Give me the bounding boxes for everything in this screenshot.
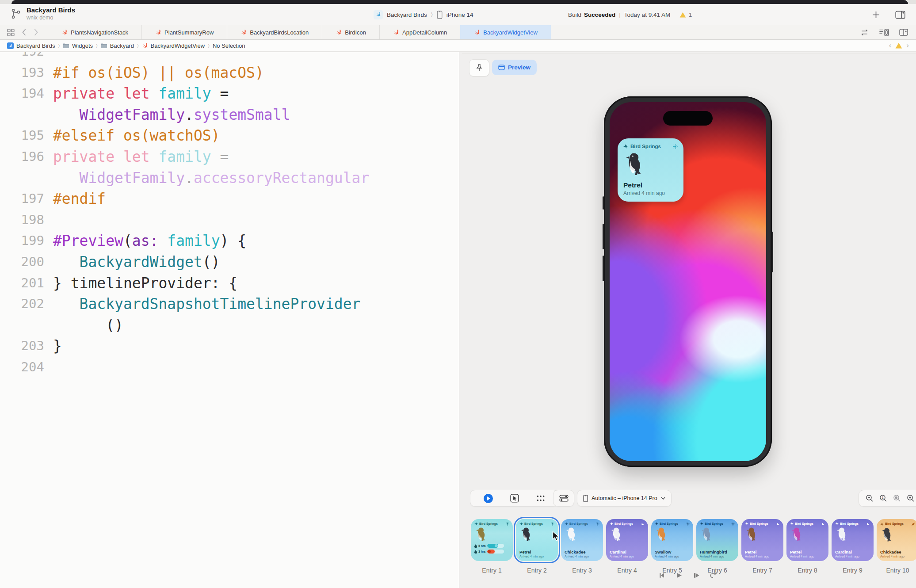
iphone-preview-device[interactable]: Bird Springs Petrel Arrived 4 min ago	[604, 96, 772, 467]
warning-badge[interactable]: 1	[679, 4, 692, 25]
step-forward-button[interactable]	[691, 570, 701, 580]
breadcrumb-item-no-selection[interactable]: No Selection	[213, 42, 245, 49]
widget-header: Bird Springs	[623, 144, 678, 149]
live-preview-button[interactable]	[483, 493, 493, 504]
zoom-fit-button[interactable]	[893, 494, 901, 502]
entry-widget-thumbnail[interactable]: Bird SpringsCardinalArrived 4 min ago	[606, 519, 648, 561]
preview-tab-button[interactable]: Preview	[492, 60, 537, 75]
tab-PlantsNavigationStack[interactable]: PlantsNavigationStack	[48, 25, 141, 39]
entry-widget-thumbnail[interactable]: Bird SpringsSwallowArrived 4 min ago	[651, 519, 693, 561]
code-line[interactable]: ()	[0, 315, 459, 336]
bird-feeder-icon	[790, 522, 794, 526]
line-number	[0, 104, 44, 126]
gauge-row-seed: 3 hrs	[474, 550, 509, 554]
code-line[interactable]: 200 BackyardWidget()	[0, 252, 459, 273]
reset-button[interactable]	[709, 570, 718, 580]
editor-options-icon[interactable]	[879, 29, 889, 36]
chevron-right-icon: 〉	[431, 11, 433, 18]
timeline-entry-cell: Bird SpringsCardinalArrived 4 min agoEnt…	[832, 519, 874, 574]
code-line[interactable]: 195#elseif os(watchOS)	[0, 125, 459, 146]
prev-issue-icon[interactable]: ‹	[889, 41, 892, 50]
widget-bird-status: Arrived 4 min ago	[623, 190, 678, 196]
source-control-branch-icon[interactable]	[11, 8, 21, 19]
next-issue-icon[interactable]: ›	[906, 41, 909, 50]
swift-file-icon	[240, 29, 247, 35]
go-forward-icon[interactable]	[34, 29, 38, 36]
inspector-toggle-icon[interactable]	[895, 11, 905, 19]
variants-mode-button[interactable]	[536, 495, 545, 502]
entry-bird-image	[745, 527, 780, 542]
play-button[interactable]	[674, 570, 684, 580]
entry-app-name: Bird Springs	[840, 522, 859, 526]
device-settings-control[interactable]	[553, 490, 574, 507]
code-line[interactable]: 204	[0, 357, 459, 378]
code-line[interactable]: 192	[0, 52, 459, 62]
volume-up-button	[603, 224, 604, 249]
entry-app-name: Bird Springs	[795, 522, 813, 526]
code-line[interactable]: 198	[0, 210, 459, 231]
entry-widget-thumbnail[interactable]: Bird SpringsPetrelArrived 4 min ago	[741, 519, 783, 561]
entry-widget-thumbnail[interactable]: Bird Springs5 hrs3 hrs	[471, 519, 513, 561]
swap-editor-icon[interactable]	[860, 29, 869, 36]
entry-widget-thumbnail[interactable]: Bird SpringsChickadeeArrived 4 min ago	[877, 519, 916, 561]
code-line[interactable]: 193#if os(iOS) || os(macOS)	[0, 62, 459, 84]
code-line[interactable]: 197#endif	[0, 188, 459, 210]
zoom-controls: 1	[859, 490, 916, 507]
code-line[interactable]: 203}	[0, 336, 459, 357]
breadcrumb-item-backyardwidgetview[interactable]: BackyardWidgetView	[142, 42, 205, 49]
zoom-100-button[interactable]: 1	[879, 494, 887, 502]
code-line[interactable]: WidgetFamily.accessoryRectangular	[0, 168, 459, 189]
code-line[interactable]: 199#Preview(as: family) {	[0, 230, 459, 252]
tab-label: AppDetailColumn	[402, 29, 447, 36]
code-line[interactable]: 202 BackyardSnapshotTimelineProvider	[0, 294, 459, 315]
entry-bird-status: Arrived 4 min ago	[519, 555, 554, 558]
code-line[interactable]: 196private let family =	[0, 146, 459, 168]
scheme-selector[interactable]: Backyard Birds 〉 iPhone 14	[374, 4, 473, 25]
tab-BirdIcon[interactable]: BirdIcon	[322, 25, 379, 39]
pin-preview-button[interactable]	[469, 59, 489, 76]
tab-AppDetailColumn[interactable]: AppDetailColumn	[379, 25, 460, 39]
step-backward-button[interactable]	[657, 570, 667, 580]
entry-widget-thumbnail[interactable]: Bird SpringsHummingbirdArrived 4 min ago	[696, 519, 738, 561]
breadcrumb-item-backyard-birds[interactable]: Backyard Birds	[7, 42, 55, 49]
source-editor[interactable]: 192193#if os(iOS) || os(macOS)194private…	[0, 52, 459, 588]
entry-widget-thumbnail[interactable]: Bird SpringsChickadeeArrived 4 min ago	[561, 519, 603, 561]
sun-icon	[506, 522, 509, 526]
tab-BackyardBirdsLocation[interactable]: BackyardBirdsLocation	[227, 25, 322, 39]
bird-springs-widget[interactable]: Bird Springs Petrel Arrived 4 min ago	[618, 138, 683, 202]
code-line[interactable]: WidgetFamily.systemSmall	[0, 104, 459, 126]
code-text: private let family =	[44, 83, 229, 104]
entry-bird-image	[520, 527, 554, 542]
entry-app-name: Bird Springs	[705, 522, 723, 526]
mouse-cursor	[550, 531, 561, 542]
zoom-in-button[interactable]	[907, 494, 915, 502]
entry-bird-image	[881, 527, 915, 542]
tab-BackyardWidgetView[interactable]: BackyardWidgetView	[460, 25, 551, 39]
project-block: Backyard Birds wnix-demo	[11, 6, 75, 21]
zoom-out-button[interactable]	[866, 494, 874, 502]
tab-PlantSummaryRow[interactable]: PlantSummaryRow	[141, 25, 227, 39]
breadcrumb-item-backyard[interactable]: Backyard	[101, 42, 134, 49]
breadcrumb-label: No Selection	[213, 42, 245, 49]
breadcrumb-item-widgets[interactable]: Widgets	[63, 42, 93, 49]
entry-widget-thumbnail[interactable]: Bird SpringsPetrelArrived 4 min ago	[786, 519, 828, 561]
line-number: 195	[0, 125, 44, 146]
add-editor-icon[interactable]	[899, 29, 908, 36]
code-line[interactable]: 201} timelineProvider: {	[0, 273, 459, 294]
add-button[interactable]	[872, 11, 880, 19]
code-text: WidgetFamily.systemSmall	[44, 104, 290, 126]
go-back-icon[interactable]	[22, 29, 27, 36]
selectable-mode-button[interactable]	[510, 494, 519, 503]
build-status[interactable]: Build Succeeded | Today at 9:41 AM	[568, 4, 670, 25]
sun-icon	[673, 144, 678, 149]
related-items-icon[interactable]	[7, 29, 15, 36]
breadcrumb-label: Backyard Birds	[16, 42, 55, 49]
issue-warning-icon[interactable]	[895, 42, 902, 49]
folder-icon	[101, 43, 107, 49]
moon-icon	[776, 522, 780, 526]
gauge-label: 3 hrs	[478, 550, 486, 553]
entry-widget-thumbnail[interactable]: Bird SpringsCardinalArrived 4 min ago	[832, 519, 874, 561]
code-text	[44, 210, 53, 231]
code-line[interactable]: 194private let family =	[0, 83, 459, 104]
device-selector[interactable]: Automatic – iPhone 14 Pro	[577, 490, 672, 507]
